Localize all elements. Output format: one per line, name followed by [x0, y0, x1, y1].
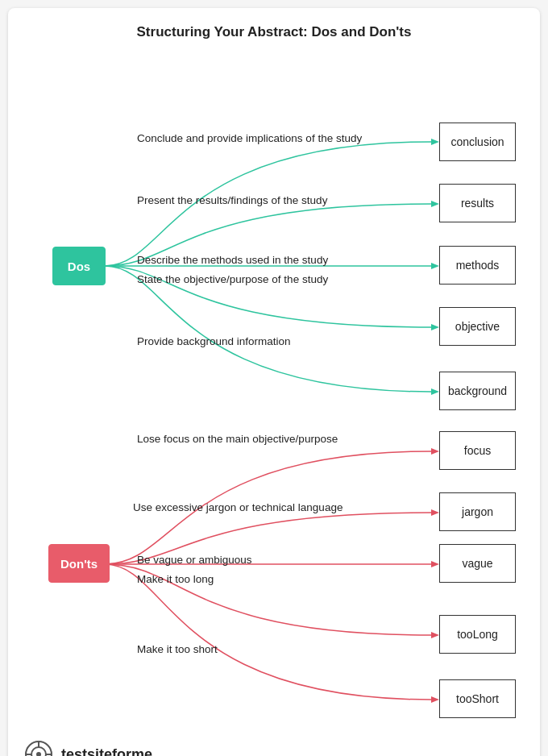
- toolong-box: tooLong: [439, 615, 516, 654]
- objective-box: objective: [439, 307, 516, 346]
- svg-point-14: [36, 752, 41, 756]
- svg-marker-5: [431, 388, 439, 395]
- diagram: Dos Don'ts conclusion results methods ob…: [8, 55, 540, 732]
- svg-marker-0: [431, 139, 439, 145]
- vague-box: vague: [439, 544, 516, 583]
- svg-marker-1: [431, 201, 439, 207]
- label-vague: Be vague or ambiguous: [137, 554, 252, 566]
- svg-marker-6: [431, 448, 439, 455]
- label-background: Provide background information: [137, 335, 291, 347]
- methods-box: methods: [439, 246, 516, 285]
- brand-name: testsiteforme: [61, 746, 152, 757]
- jargon-box: jargon: [439, 492, 516, 531]
- results-box: results: [439, 184, 516, 222]
- label-objective: State the objective/purpose of the study: [137, 273, 328, 285]
- svg-marker-9: [431, 561, 439, 567]
- label-conclude: Conclude and provide implications of the…: [137, 132, 362, 144]
- footer: testsiteforme: [8, 732, 540, 756]
- svg-marker-3: [431, 263, 439, 269]
- label-results: Present the results/findings of the stud…: [137, 194, 327, 206]
- label-toolong: Make it too long: [137, 573, 214, 585]
- svg-marker-10: [431, 632, 439, 638]
- label-tooshort: Make it too short: [137, 643, 218, 655]
- page-title: Structuring Your Abstract: Dos and Don't…: [8, 24, 540, 40]
- tooshort-box: tooShort: [439, 679, 516, 718]
- label-methods: Describe the methods used in the study: [137, 254, 328, 266]
- svg-marker-7: [431, 509, 439, 516]
- label-focus: Lose focus on the main objective/purpose: [137, 433, 338, 445]
- dos-node: Dos: [52, 247, 106, 285]
- page: Structuring Your Abstract: Dos and Don't…: [8, 8, 540, 756]
- svg-marker-4: [431, 324, 439, 330]
- conclusion-box: conclusion: [439, 123, 516, 161]
- donts-node: Don'ts: [48, 544, 110, 583]
- focus-box: focus: [439, 431, 516, 470]
- svg-marker-11: [431, 696, 439, 703]
- brand-logo: [24, 740, 53, 756]
- label-jargon: Use excessive jargon or technical langua…: [133, 501, 342, 513]
- background-box: background: [439, 372, 516, 410]
